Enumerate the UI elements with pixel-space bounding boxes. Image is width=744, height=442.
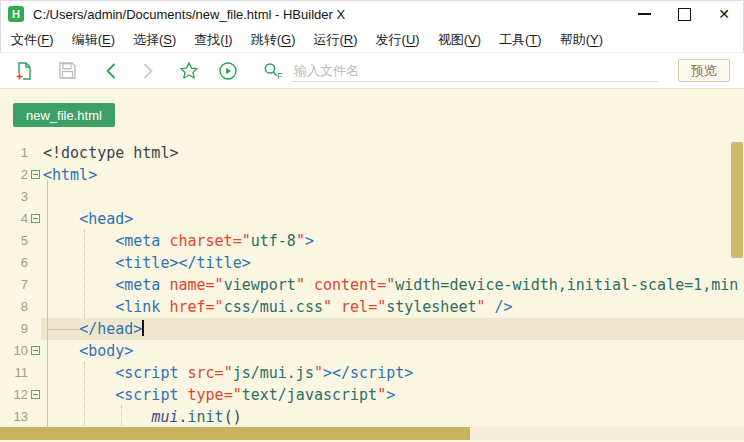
minimize-icon (638, 13, 651, 15)
code-line[interactable]: 9 </head> (0, 318, 744, 340)
code-line[interactable]: 8 <link href="css/mui.css" rel="styleshe… (0, 296, 744, 318)
code-rows[interactable]: 1<!doctype html>2<html>34 <head>5 <meta … (0, 142, 744, 428)
text-cursor (142, 320, 144, 336)
save-button[interactable] (56, 60, 78, 82)
line-number: 6 (0, 252, 28, 274)
preview-button[interactable]: 预览 (678, 59, 730, 82)
code-text: <meta name="viewport" content="width=dev… (43, 274, 738, 296)
vertical-scrollbar-thumb[interactable] (731, 142, 743, 258)
code-line[interactable]: 11 <script src="js/mui.js"></script> (0, 362, 744, 384)
run-button[interactable] (217, 60, 239, 82)
line-number: 7 (0, 274, 28, 296)
menu-item-publish[interactable]: 发行(U) (367, 31, 429, 49)
line-number: 2 (0, 164, 28, 186)
line-number: 3 (0, 186, 28, 208)
menu-bar: 文件(F)编辑(E)选择(S)查找(I)跳转(G)运行(R)发行(U)视图(V)… (0, 28, 744, 53)
search-input[interactable] (292, 60, 658, 82)
fold-marker[interactable] (31, 170, 40, 179)
code-text: <link href="css/mui.css" rel="stylesheet… (43, 296, 513, 318)
code-text: mui.init() (43, 406, 242, 428)
code-text: <meta charset="utf-8"> (43, 230, 314, 252)
code-text: <title></title> (43, 252, 251, 274)
maximize-icon (678, 8, 691, 21)
code-line[interactable]: 2<html> (0, 164, 744, 186)
code-line[interactable]: 10 <body> (0, 340, 744, 362)
menu-item-select[interactable]: 选择(S) (124, 31, 185, 49)
code-line[interactable]: 12 <script type="text/javascript"> (0, 384, 744, 406)
fold-marker[interactable] (31, 390, 40, 399)
navigate-forward-button[interactable] (137, 60, 159, 82)
line-number: 13 (0, 406, 28, 428)
save-icon (58, 61, 77, 80)
window-controls: ✕ (624, 0, 744, 28)
code-line[interactable]: 5 <meta charset="utf-8"> (0, 230, 744, 252)
line-number: 1 (0, 142, 28, 164)
menu-item-tools[interactable]: 工具(T) (490, 31, 551, 49)
code-line[interactable]: 3 (0, 186, 744, 208)
horizontal-scrollbar[interactable] (0, 427, 744, 440)
svg-text:F: F (277, 70, 283, 80)
menu-item-run[interactable]: 运行(R) (304, 31, 366, 49)
code-text: <!doctype html> (43, 142, 178, 164)
code-line[interactable]: 4 <head> (0, 208, 744, 230)
play-circle-icon (218, 61, 238, 81)
toolbar: F 预览 (0, 53, 744, 89)
minimize-button[interactable] (624, 0, 664, 28)
horizontal-scrollbar-thumb[interactable] (0, 427, 470, 440)
code-text: <script type="text/javascript"> (43, 384, 395, 406)
menu-item-edit[interactable]: 编辑(E) (63, 31, 124, 49)
code-text: <head> (43, 208, 133, 230)
maximize-button[interactable] (664, 0, 704, 28)
line-number: 9 (0, 318, 28, 340)
hbuilder-logo-icon: H (8, 6, 24, 22)
line-number: 4 (0, 208, 28, 230)
menu-item-view[interactable]: 视图(V) (429, 31, 490, 49)
app-window: H C:/Users/admin/Documents/new_file.html… (0, 0, 744, 442)
search-file-button[interactable]: F (262, 60, 284, 82)
tab-new-file[interactable]: new_file.html (13, 103, 115, 127)
bookmark-button[interactable] (178, 60, 200, 82)
navigate-back-button[interactable] (100, 60, 122, 82)
menu-item-goto[interactable]: 跳转(G) (242, 31, 305, 49)
code-text: <html> (43, 164, 97, 186)
code-text: </head> (43, 318, 144, 340)
menu-item-file[interactable]: 文件(F) (2, 31, 63, 49)
close-icon: ✕ (718, 7, 730, 21)
line-number: 8 (0, 296, 28, 318)
line-number: 5 (0, 230, 28, 252)
fold-marker[interactable] (31, 346, 40, 355)
code-line[interactable]: 6 <title></title> (0, 252, 744, 274)
window-title: C:/Users/admin/Documents/new_file.html -… (33, 7, 345, 22)
code-text: <script src="js/mui.js"></script> (43, 362, 413, 384)
fold-marker[interactable] (31, 214, 40, 223)
editor-pane[interactable]: new_file.html 1<!doctype html>2<html>34 … (0, 89, 744, 442)
search-icon: F (262, 61, 284, 81)
title-bar: H C:/Users/admin/Documents/new_file.html… (0, 0, 744, 28)
line-number: 11 (0, 362, 28, 384)
menu-item-find[interactable]: 查找(I) (185, 31, 241, 49)
code-line[interactable]: 1<!doctype html> (0, 142, 744, 164)
new-file-icon (14, 61, 34, 81)
line-number: 10 (0, 340, 28, 362)
code-line[interactable]: 13 mui.init() (0, 406, 744, 428)
chevron-right-icon (140, 62, 156, 80)
star-icon (179, 61, 199, 81)
code-text: <body> (43, 340, 133, 362)
new-file-button[interactable] (13, 60, 35, 82)
close-button[interactable]: ✕ (704, 0, 744, 28)
menu-item-help[interactable]: 帮助(Y) (551, 31, 612, 49)
line-number: 12 (0, 384, 28, 406)
chevron-left-icon (103, 62, 119, 80)
code-line[interactable]: 7 <meta name="viewport" content="width=d… (0, 274, 744, 296)
